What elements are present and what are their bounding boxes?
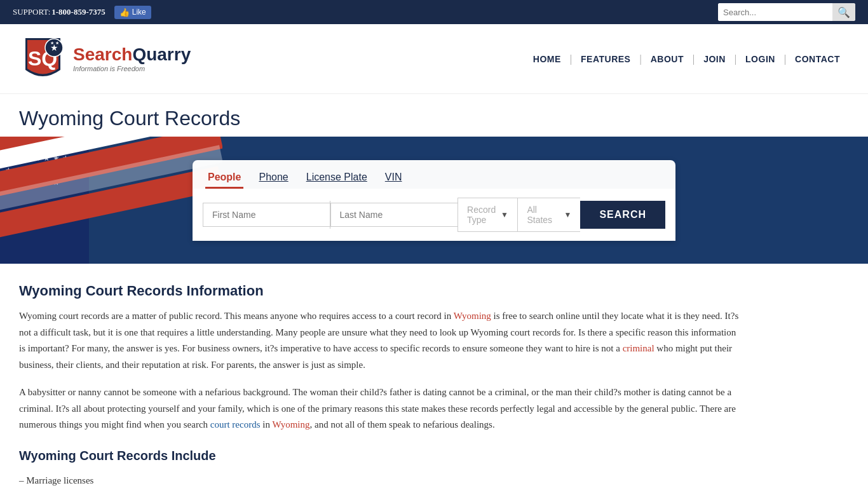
search-panel: People Phone License Plate VIN Record Ty… xyxy=(193,160,675,241)
search-fields-row: Record Type ▼ All States ▼ SEARCH xyxy=(193,189,675,241)
header: SQ ★ ★ ★ SearchQuarry Information is Fre… xyxy=(0,24,868,94)
top-search-input[interactable] xyxy=(718,3,832,21)
logo-brand-name: SearchQuarry xyxy=(73,45,191,65)
court-records-link[interactable]: court records xyxy=(210,419,261,430)
svg-text:★ ★: ★ ★ xyxy=(50,41,59,45)
fb-like-button[interactable]: 👍 Like xyxy=(114,6,151,19)
nav-home[interactable]: HOME xyxy=(524,54,570,64)
recordtype-label: Record Type xyxy=(467,205,501,225)
page-title-bar: Wyoming Court Records xyxy=(0,94,868,137)
tab-license-plate[interactable]: License Plate xyxy=(304,168,370,189)
top-search-button[interactable]: 🔍 xyxy=(832,3,855,21)
tab-people[interactable]: People xyxy=(205,168,243,189)
list-item: – Marriage licenses xyxy=(19,471,743,489)
main-content: Wyoming Court Records Information Wyomin… xyxy=(0,264,763,488)
nav-about[interactable]: ABOUT xyxy=(642,54,693,64)
search-tabs: People Phone License Plate VIN xyxy=(193,160,675,189)
hero-banner: ★ ★ ★ ★ ★ ★ ★ ★ ★ ★ ★ ★ ★ ★ ★ ★ ★ ★ ★ ★ … xyxy=(0,137,868,264)
page-title: Wyoming Court Records xyxy=(19,107,849,130)
criminal-link[interactable]: criminal xyxy=(623,343,654,353)
top-search-box[interactable]: 🔍 xyxy=(718,3,855,21)
logo-text-area: SearchQuarry Information is Freedom xyxy=(73,45,191,72)
logo-area: SQ ★ ★ ★ SearchQuarry Information is Fre… xyxy=(19,35,191,83)
top-bar: SUPPORT:1-800-859-7375 👍 Like 🔍 xyxy=(0,0,868,24)
lastname-input[interactable] xyxy=(330,203,458,227)
chevron-down-icon: ▼ xyxy=(564,210,572,219)
nav-login[interactable]: LOGIN xyxy=(736,54,784,64)
info-section-title: Wyoming Court Records Information xyxy=(19,283,743,299)
wyoming-link-1[interactable]: Wyoming xyxy=(454,311,491,321)
nav-contact[interactable]: CONTACT xyxy=(786,54,849,64)
firstname-input[interactable] xyxy=(203,203,330,227)
top-bar-left: SUPPORT:1-800-859-7375 👍 Like xyxy=(13,6,151,19)
allstates-label: All States xyxy=(527,205,564,225)
logo-icon: SQ ★ ★ ★ xyxy=(19,35,67,83)
include-section-title: Wyoming Court Records Include xyxy=(19,449,743,463)
content-paragraph-2: A babysitter or nanny cannot be someone … xyxy=(19,384,743,433)
search-icon: 🔍 xyxy=(837,6,850,18)
thumbs-up-icon: 👍 xyxy=(119,8,130,17)
main-nav: HOME | FEATURES | ABOUT | JOIN | LOGIN |… xyxy=(524,53,849,65)
chevron-down-icon: ▼ xyxy=(501,210,508,219)
flag-decoration: ★ ★ ★ ★ ★ ★ ★ ★ ★ ★ ★ ★ ★ ★ ★ ★ ★ ★ ★ ★ … xyxy=(0,137,222,264)
search-button[interactable]: SEARCH xyxy=(580,201,665,229)
support-label: SUPPORT:1-800-859-7375 xyxy=(13,7,105,17)
wyoming-link-2[interactable]: Wyoming xyxy=(272,419,309,430)
content-paragraph-1: Wyoming court records are a matter of pu… xyxy=(19,308,743,373)
nav-join[interactable]: JOIN xyxy=(695,54,735,64)
recordtype-dropdown[interactable]: Record Type ▼ xyxy=(458,198,517,232)
top-bar-right: 🔍 xyxy=(718,3,855,21)
allstates-dropdown[interactable]: All States ▼ xyxy=(517,198,580,232)
tab-vin[interactable]: VIN xyxy=(383,168,405,189)
tab-phone[interactable]: Phone xyxy=(256,168,290,189)
logo-tagline: Information is Freedom xyxy=(73,65,191,72)
nav-features[interactable]: FEATURES xyxy=(572,54,639,64)
